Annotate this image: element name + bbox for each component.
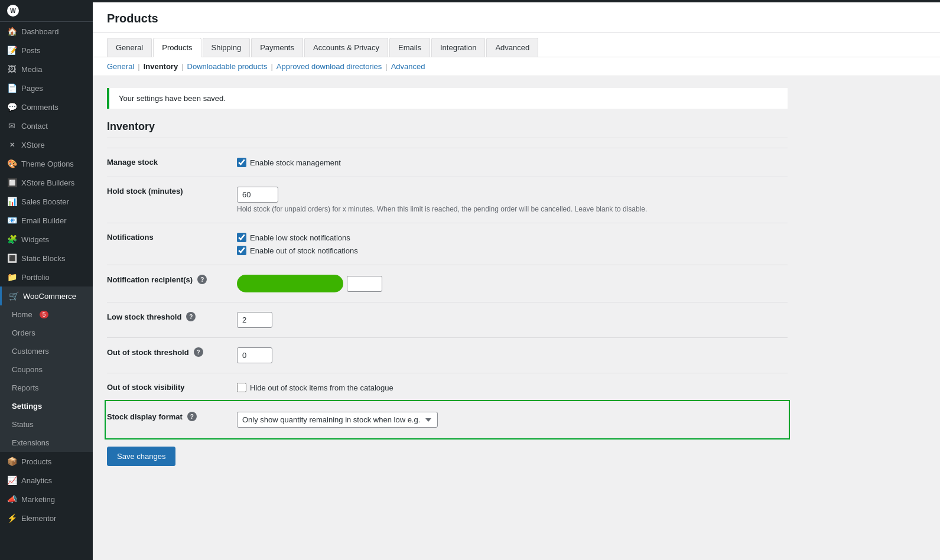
sidebar-item-customers[interactable]: Customers (0, 342, 93, 360)
tab-payments[interactable]: Payments (251, 38, 303, 57)
out-of-stock-notif-checkbox[interactable] (237, 246, 246, 255)
sidebar-item-settings[interactable]: Settings (0, 397, 93, 415)
sidebar-item-xstore-builders[interactable]: 🔲 XStore Builders (0, 173, 93, 192)
settings-table: Manage stock Enable stock management Hol… (107, 148, 788, 437)
tab-shipping[interactable]: Shipping (203, 38, 251, 57)
stock-display-format-help-icon[interactable]: ? (187, 412, 197, 421)
out-of-stock-threshold-field (237, 338, 788, 373)
tab-products[interactable]: Products (153, 38, 201, 57)
products-icon: 📦 (7, 457, 17, 466)
hold-stock-label: Hold stock (minutes) (107, 177, 237, 223)
save-changes-button[interactable]: Save changes (107, 447, 175, 466)
pages-icon: 📄 (7, 83, 17, 93)
sidebar-item-posts[interactable]: 📝 Posts (0, 41, 93, 60)
woocommerce-submenu: Home 5 Orders Customers Coupons Reports … (0, 305, 93, 452)
hold-stock-field: Hold stock (for unpaid orders) for x min… (237, 177, 788, 223)
out-of-stock-visibility-checkbox-label[interactable]: Hide out of stock items from the catalog… (237, 383, 788, 392)
manage-stock-field: Enable stock management (237, 148, 788, 177)
settings-body: Your settings have been saved. Inventory… (93, 76, 802, 492)
sidebar-item-portfolio[interactable]: 📁 Portfolio (0, 268, 93, 286)
sidebar-item-orders[interactable]: Orders (0, 324, 93, 342)
tab-accounts-privacy[interactable]: Accounts & Privacy (304, 38, 388, 57)
sidebar-item-static-blocks[interactable]: 🔳 Static Blocks (0, 249, 93, 268)
sidebar-item-products[interactable]: 📦 Products (0, 452, 93, 471)
subnav-approved-dirs[interactable]: Approved download directories (277, 62, 382, 71)
sales-booster-icon: 📊 (7, 197, 17, 206)
wp-logo-icon: W (7, 5, 19, 17)
out-of-stock-threshold-label: Out of stock threshold ? (107, 338, 237, 373)
sidebar-item-status[interactable]: Status (0, 415, 93, 434)
tab-advanced[interactable]: Advanced (486, 38, 538, 57)
stock-display-format-row: Stock display format ? Always show quant… (107, 402, 788, 438)
out-of-stock-notif-label[interactable]: Enable out of stock notifications (237, 246, 788, 255)
content-area: Products General Products Shipping Payme… (93, 2, 940, 560)
low-stock-threshold-label: Low stock threshold ? (107, 302, 237, 338)
dashboard-icon: 🏠 (7, 27, 17, 36)
tab-emails[interactable]: Emails (389, 38, 430, 57)
manage-stock-label: Manage stock (107, 148, 237, 177)
tab-general[interactable]: General (107, 38, 152, 57)
subnav-advanced[interactable]: Advanced (391, 62, 425, 71)
email-builder-icon: 📧 (7, 216, 17, 225)
sidebar-item-marketing[interactable]: 📣 Marketing (0, 490, 93, 509)
low-stock-threshold-row: Low stock threshold ? (107, 302, 788, 338)
stock-display-format-label: Stock display format ? (107, 402, 237, 438)
sidebar-item-email-builder[interactable]: 📧 Email Builder (0, 211, 93, 230)
subnav-downloadable[interactable]: Downloadable products (187, 62, 268, 71)
sidebar-item-woocommerce[interactable]: 🛒 WooCommerce (0, 286, 93, 305)
contact-icon: ✉ (7, 121, 17, 131)
sidebar-item-dashboard[interactable]: 🏠 Dashboard (0, 22, 93, 41)
sidebar-item-pages[interactable]: 📄 Pages (0, 79, 93, 97)
manage-stock-checkbox-label[interactable]: Enable stock management (237, 158, 788, 167)
sidebar-item-theme-options[interactable]: 🎨 Theme Options (0, 154, 93, 173)
sidebar-item-home[interactable]: Home 5 (0, 305, 93, 324)
sidebar-item-elementor[interactable]: ⚡ Elementor (0, 509, 93, 528)
low-stock-threshold-field (237, 302, 788, 338)
out-of-stock-threshold-help-icon[interactable]: ? (194, 347, 203, 357)
stock-display-format-select[interactable]: Always show quantity remaining in stock … (237, 412, 438, 428)
notice-success: Your settings have been saved. (107, 88, 788, 109)
portfolio-icon: 📁 (7, 272, 17, 282)
sidebar-logo: W (0, 0, 93, 22)
sidebar-item-extensions[interactable]: Extensions (0, 434, 93, 452)
notifications-field: Enable low stock notifications Enable ou… (237, 223, 788, 265)
notification-recipients-label: Notification recipient(s) ? (107, 265, 237, 302)
out-of-stock-visibility-checkbox[interactable] (237, 383, 246, 392)
notification-recipients-help-icon[interactable]: ? (197, 275, 207, 284)
email-append-input[interactable] (347, 276, 382, 292)
sidebar-item-contact[interactable]: ✉ Contact (0, 116, 93, 135)
sidebar-item-xstore[interactable]: ✕ XStore (0, 135, 93, 154)
out-of-stock-threshold-row: Out of stock threshold ? (107, 338, 788, 373)
sidebar-item-coupons[interactable]: Coupons (0, 360, 93, 379)
tab-integration[interactable]: Integration (431, 38, 485, 57)
marketing-icon: 📣 (7, 494, 17, 504)
sidebar-item-reports[interactable]: Reports (0, 379, 93, 397)
out-of-stock-threshold-input[interactable] (237, 347, 272, 363)
notifications-label: Notifications (107, 223, 237, 265)
posts-icon: 📝 (7, 45, 17, 55)
settings-tabs: General Products Shipping Payments Accou… (93, 33, 940, 57)
low-stock-threshold-help-icon[interactable]: ? (186, 312, 196, 321)
sidebar-item-analytics[interactable]: 📈 Analytics (0, 471, 93, 490)
low-stock-threshold-input[interactable] (237, 312, 272, 328)
sub-navigation: General | Inventory | Downloadable produ… (93, 57, 940, 76)
theme-options-icon: 🎨 (7, 159, 17, 168)
sidebar-item-comments[interactable]: 💬 Comments (0, 97, 93, 116)
sidebar: W 🏠 Dashboard 📝 Posts 🖼 Media 📄 Pages 💬 … (0, 0, 93, 560)
sidebar-item-sales-booster[interactable]: 📊 Sales Booster (0, 192, 93, 211)
manage-stock-checkbox[interactable] (237, 158, 246, 167)
sidebar-item-media[interactable]: 🖼 Media (0, 60, 93, 79)
page-title: Products (107, 12, 926, 25)
low-stock-notif-label[interactable]: Enable low stock notifications (237, 233, 788, 242)
subnav-inventory: Inventory (144, 62, 178, 71)
woocommerce-icon: 🛒 (9, 291, 18, 301)
notification-recipients-row: Notification recipient(s) ? (107, 265, 788, 302)
hold-stock-input[interactable] (237, 187, 278, 203)
widgets-icon: 🧩 (7, 235, 17, 244)
sidebar-item-widgets[interactable]: 🧩 Widgets (0, 230, 93, 249)
static-blocks-icon: 🔳 (7, 253, 17, 263)
notification-field-container (237, 275, 788, 292)
low-stock-notif-checkbox[interactable] (237, 233, 246, 242)
subnav-general[interactable]: General (107, 62, 134, 71)
stock-display-format-field: Always show quantity remaining in stock … (237, 402, 788, 438)
